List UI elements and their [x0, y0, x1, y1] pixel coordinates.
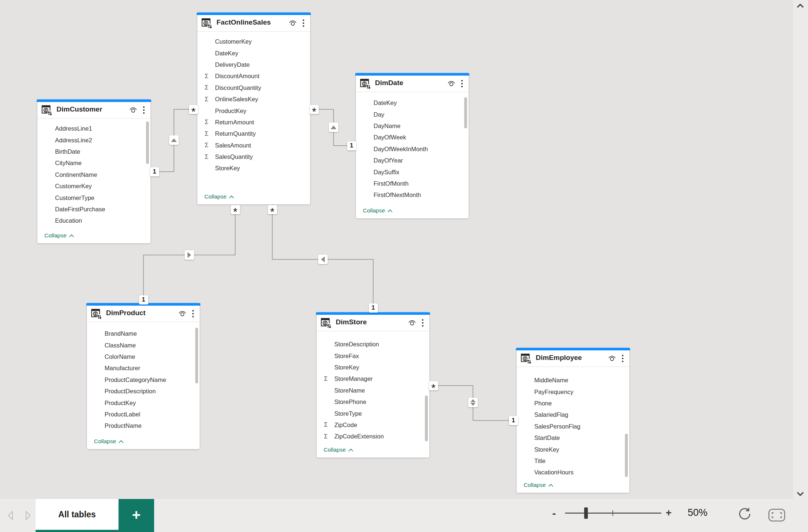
- field-row-MiddleName[interactable]: MiddleName: [517, 375, 629, 386]
- more-options-icon[interactable]: [458, 79, 466, 88]
- more-options-icon[interactable]: [189, 309, 197, 318]
- field-row-DiscountAmount[interactable]: ΣDiscountAmount: [197, 70, 310, 82]
- field-row-CustomerType[interactable]: CustomerType: [37, 192, 150, 203]
- table-scrollbar-thumb[interactable]: [625, 434, 628, 477]
- table-card-DimEmployee[interactable]: DimEmployee MiddleNamePayFrequencyPhoneS…: [517, 348, 629, 493]
- field-row-DeliveryDate[interactable]: DeliveryDate: [197, 59, 310, 70]
- field-row-ContinentName[interactable]: ContinentName: [37, 169, 150, 181]
- zoom-slider-track[interactable]: [565, 513, 661, 514]
- more-options-icon[interactable]: [619, 354, 626, 363]
- field-row-DateKey[interactable]: DateKey: [356, 97, 469, 109]
- previous-page-icon[interactable]: [6, 510, 15, 521]
- field-row-SalesPersonFlag[interactable]: SalesPersonFlag: [517, 421, 629, 432]
- table-card-DimStore[interactable]: DimStore StoreDescriptionStoreFaxStoreKe…: [317, 312, 429, 458]
- field-row-DayOfWeekInMonth[interactable]: DayOfWeekInMonth: [356, 143, 469, 155]
- table-card-FactOnlineSales[interactable]: FactOnlineSales CustomerKeyDateKeyDelive…: [197, 12, 310, 204]
- field-row-ProductLabel[interactable]: ProductLabel: [87, 409, 200, 420]
- table-header[interactable]: DimEmployee: [517, 350, 629, 367]
- visibility-eye-icon[interactable]: [128, 105, 138, 115]
- field-row-Day[interactable]: Day: [356, 109, 469, 120]
- field-row-ZipCode[interactable]: ΣZipCode: [317, 419, 429, 431]
- scroll-up-icon[interactable]: [796, 3, 804, 9]
- visibility-eye-icon[interactable]: [178, 309, 187, 318]
- field-row-SalesQuantity[interactable]: ΣSalesQuantity: [197, 151, 310, 163]
- field-row-SalariedFlag[interactable]: SalariedFlag: [517, 409, 629, 420]
- table-scrollbar-thumb[interactable]: [146, 121, 149, 164]
- table-header[interactable]: DimCustomer: [37, 102, 150, 118]
- zoom-slider-thumb[interactable]: [584, 507, 588, 519]
- field-row-ProductDescription[interactable]: ProductDescription: [87, 386, 200, 397]
- field-row-ReturnQuantity[interactable]: ΣReturnQuantity: [197, 128, 310, 139]
- collapse-link[interactable]: Collapse: [524, 481, 553, 489]
- field-row-DateKey[interactable]: DateKey: [197, 47, 310, 59]
- fit-to-screen-icon[interactable]: [768, 508, 786, 522]
- collapse-link[interactable]: Collapse: [204, 192, 234, 201]
- table-scrollbar-thumb[interactable]: [464, 97, 467, 128]
- field-row-DayOfWeek[interactable]: DayOfWeek: [356, 132, 469, 143]
- field-row-Education[interactable]: Education: [37, 215, 150, 226]
- refresh-icon[interactable]: [737, 506, 752, 521]
- field-row-StoreKey[interactable]: StoreKey: [517, 444, 629, 455]
- field-row-SalesAmount[interactable]: ΣSalesAmount: [197, 140, 310, 151]
- visibility-eye-icon[interactable]: [407, 318, 417, 328]
- canvas-vertical-scrollbar[interactable]: [793, 0, 808, 499]
- field-row-StoreDescription[interactable]: StoreDescription: [317, 339, 429, 350]
- field-row-Manufacturer[interactable]: Manufacturer: [87, 362, 200, 374]
- field-row-ReturnAmount[interactable]: ΣReturnAmount: [197, 117, 310, 128]
- zoom-in-button[interactable]: +: [666, 507, 671, 519]
- more-options-icon[interactable]: [419, 318, 426, 328]
- field-row-BirthDate[interactable]: BirthDate: [37, 146, 150, 157]
- model-view-canvas[interactable]: FactOnlineSales CustomerKeyDateKeyDelive…: [0, 0, 808, 532]
- table-header[interactable]: DimStore: [317, 315, 429, 331]
- field-row-StoreKey[interactable]: StoreKey: [317, 362, 429, 373]
- next-page-icon[interactable]: [23, 510, 33, 521]
- more-options-icon[interactable]: [140, 105, 148, 115]
- field-row-ProductCategoryName[interactable]: ProductCategoryName: [87, 374, 200, 386]
- add-table-button[interactable]: +: [119, 499, 154, 532]
- field-row-DaySuffix[interactable]: DaySuffix: [356, 166, 469, 178]
- field-row-StoreName[interactable]: StoreName: [317, 385, 429, 396]
- visibility-eye-icon[interactable]: [607, 354, 617, 363]
- collapse-link[interactable]: Collapse: [94, 437, 124, 446]
- field-row-ClassName[interactable]: ClassName: [87, 339, 200, 351]
- table-scrollbar-thumb[interactable]: [425, 396, 428, 441]
- visibility-eye-icon[interactable]: [447, 79, 456, 88]
- zoom-out-button[interactable]: -: [552, 507, 556, 520]
- field-row-AddressLine1[interactable]: AddressLine1: [37, 123, 150, 134]
- collapse-link[interactable]: Collapse: [324, 445, 353, 454]
- table-header[interactable]: DimProduct: [87, 306, 200, 322]
- table-card-DimProduct[interactable]: DimProduct BrandNameClassNameColorNameMa…: [87, 303, 200, 449]
- field-row-FirstOfMonth[interactable]: FirstOfMonth: [356, 178, 469, 189]
- field-row-StartDate[interactable]: StartDate: [517, 432, 629, 444]
- visibility-eye-icon[interactable]: [288, 18, 298, 28]
- table-header[interactable]: DimDate: [356, 76, 469, 92]
- field-row-Phone[interactable]: Phone: [517, 398, 629, 409]
- field-row-ProductKey[interactable]: ProductKey: [87, 397, 200, 408]
- field-row-OnlineSalesKey[interactable]: ΣOnlineSalesKey: [197, 94, 310, 105]
- field-row-StoreFax[interactable]: StoreFax: [317, 350, 429, 361]
- field-row-StorePhone[interactable]: StorePhone: [317, 396, 429, 408]
- table-card-DimCustomer[interactable]: DimCustomer AddressLine1AddressLine2Birt…: [37, 99, 150, 243]
- field-row-AddressLine2[interactable]: AddressLine2: [37, 134, 150, 146]
- field-row-ColorName[interactable]: ColorName: [87, 351, 200, 362]
- field-row-StoreManager[interactable]: ΣStoreManager: [317, 373, 429, 385]
- collapse-link[interactable]: Collapse: [44, 231, 74, 240]
- scroll-down-icon[interactable]: [796, 491, 804, 497]
- table-card-DimDate[interactable]: DimDate DateKeyDayDayNameDayOfWeekDayOfW…: [356, 73, 469, 218]
- table-header[interactable]: FactOnlineSales: [197, 15, 310, 31]
- table-scrollbar-thumb[interactable]: [195, 328, 198, 383]
- field-row-StoreKey[interactable]: StoreKey: [197, 163, 310, 174]
- field-row-Title[interactable]: Title: [517, 455, 629, 467]
- field-row-StoreType[interactable]: StoreType: [317, 408, 429, 419]
- field-row-CustomerKey[interactable]: CustomerKey: [37, 181, 150, 192]
- field-row-ProductKey[interactable]: ProductKey: [197, 105, 310, 116]
- field-row-DiscountQuantity[interactable]: ΣDiscountQuantity: [197, 82, 310, 94]
- field-row-FirstOfNextMonth[interactable]: FirstOfNextMonth: [356, 189, 469, 201]
- more-options-icon[interactable]: [300, 18, 307, 28]
- field-row-ProductName[interactable]: ProductName: [87, 420, 200, 431]
- field-row-CityName[interactable]: CityName: [37, 157, 150, 169]
- field-row-BrandName[interactable]: BrandName: [87, 328, 200, 339]
- field-row-ZipCodeExtension[interactable]: ΣZipCodeExtension: [317, 431, 429, 442]
- field-row-PayFrequency[interactable]: PayFrequency: [517, 386, 629, 397]
- field-row-DateFirstPurchase[interactable]: DateFirstPurchase: [37, 204, 150, 215]
